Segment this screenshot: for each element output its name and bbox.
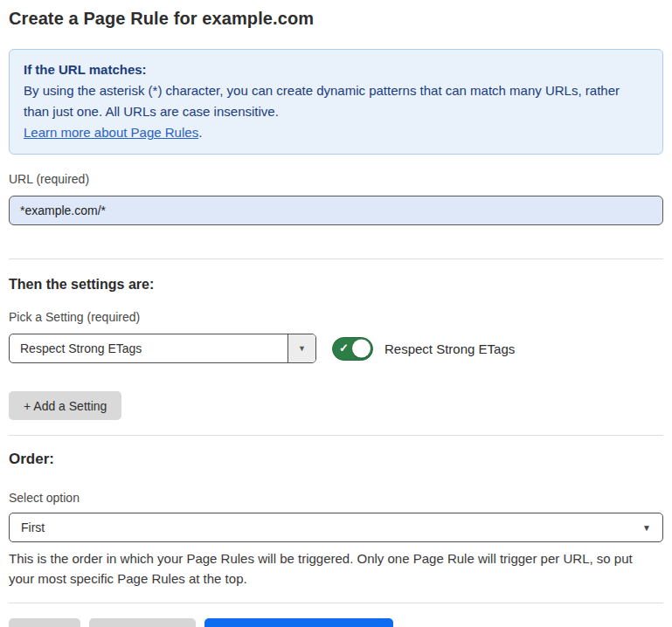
action-buttons: Cancel Save as Draft Save and Deploy Pag…	[9, 618, 663, 627]
setting-row: Respect Strong ETags ▼ ✓ Respect Strong …	[9, 334, 663, 363]
add-setting-button[interactable]: + Add a Setting	[9, 391, 121, 420]
page-title: Create a Page Rule for example.com	[9, 9, 663, 29]
page-rule-form: Create a Page Rule for example.com If th…	[0, 0, 672, 627]
order-section-heading: Order:	[9, 451, 663, 468]
info-box-link-line: Learn more about Page Rules.	[24, 122, 648, 143]
order-select-label: Select option	[9, 491, 663, 505]
check-icon: ✓	[339, 342, 349, 354]
setting-toggle-label: Respect Strong ETags	[384, 341, 515, 356]
info-box-body: By using the asterisk (*) character, you…	[24, 80, 648, 122]
order-help-text: This is the order in which your Page Rul…	[9, 548, 660, 589]
chevron-down-icon: ▼	[642, 523, 651, 533]
divider	[9, 258, 663, 259]
url-match-info-box: If the URL matches: By using the asteris…	[9, 49, 663, 155]
url-field-label: URL (required)	[9, 172, 663, 186]
info-box-heading: If the URL matches:	[24, 59, 648, 80]
save-deploy-button[interactable]: Save and Deploy Page Rule	[204, 618, 393, 627]
cancel-button[interactable]: Cancel	[9, 618, 80, 627]
save-draft-button[interactable]: Save as Draft	[89, 618, 197, 627]
order-select[interactable]: First ▼	[9, 513, 663, 542]
settings-section-heading: Then the settings are:	[9, 277, 663, 293]
url-input[interactable]	[9, 196, 663, 225]
toggle-knob	[352, 340, 371, 358]
order-select-value: First	[21, 520, 45, 534]
link-period: .	[198, 125, 202, 140]
chevron-down-icon[interactable]: ▼	[288, 334, 315, 362]
setting-dropdown[interactable]: Respect Strong ETags ▼	[9, 334, 316, 363]
pick-setting-label: Pick a Setting (required)	[9, 310, 663, 324]
setting-toggle[interactable]: ✓	[332, 337, 373, 361]
setting-toggle-wrap: ✓ Respect Strong ETags	[332, 337, 515, 361]
divider	[9, 435, 663, 436]
learn-more-link[interactable]: Learn more about Page Rules	[24, 125, 198, 140]
setting-dropdown-value: Respect Strong ETags	[10, 334, 288, 362]
divider	[9, 603, 663, 603]
